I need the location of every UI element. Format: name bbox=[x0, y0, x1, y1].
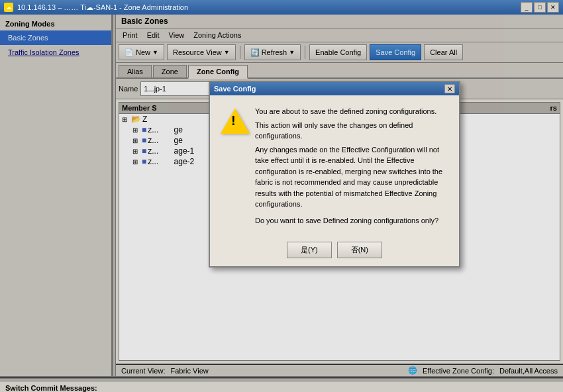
modal-line1: You are about to save the defined zoning… bbox=[255, 106, 448, 117]
modal-no-button[interactable]: 否(N) bbox=[337, 242, 382, 258]
modal-yes-button[interactable]: 是(Y) bbox=[287, 242, 332, 258]
modal-title: Save Config bbox=[214, 85, 256, 93]
close-button[interactable]: ✕ bbox=[547, 2, 559, 13]
window-title: 10.1.146.13 – …… Ti☁-SAN-1 - Zone Admini… bbox=[17, 3, 188, 12]
modal-title-bar: Save Config ✕ bbox=[210, 82, 459, 95]
warning-icon: ! bbox=[221, 109, 247, 135]
modal-question: Do you want to save Defined zoning confi… bbox=[255, 215, 448, 226]
maximize-button[interactable]: □ bbox=[534, 2, 546, 13]
app-icon: ☁ bbox=[4, 3, 13, 12]
modal-line2: This action will only save the changes o… bbox=[255, 120, 448, 142]
modal-text: You are about to save the defined zoning… bbox=[255, 106, 448, 226]
modal-footer: 是(Y) 否(N) bbox=[210, 236, 459, 266]
modal-close-button[interactable]: ✕ bbox=[444, 84, 455, 93]
modal-body: ! You are about to save the defined zoni… bbox=[210, 95, 459, 236]
title-bar: ☁ 10.1.146.13 – …… Ti☁-SAN-1 - Zone Admi… bbox=[0, 0, 563, 15]
modal-line3: Any changes made on the Effective Config… bbox=[255, 144, 448, 210]
modal-overlay: Save Config ✕ ! You are about to save th… bbox=[0, 15, 563, 392]
minimize-button[interactable]: _ bbox=[521, 2, 533, 13]
save-config-modal: Save Config ✕ ! You are about to save th… bbox=[209, 81, 460, 268]
